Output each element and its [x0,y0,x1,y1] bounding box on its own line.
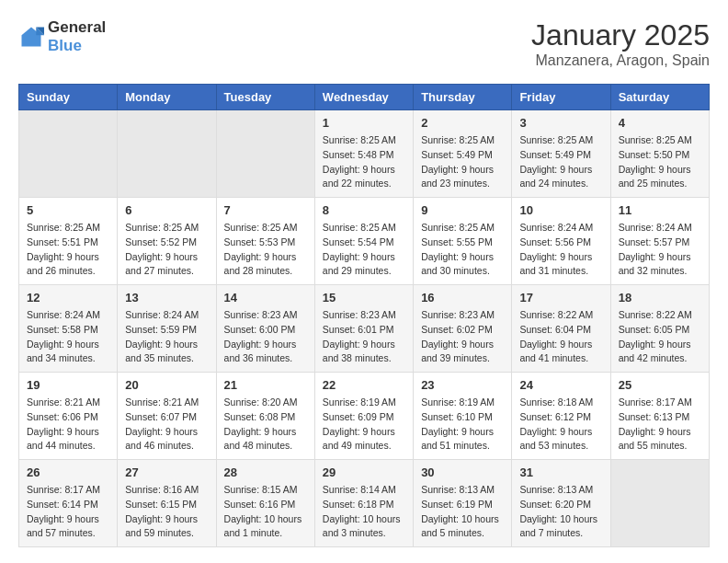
day-number: 11 [619,203,701,217]
calendar-cell-0-0 [19,110,118,198]
calendar-cell-2-1: 13 Sunrise: 8:24 AMSunset: 5:59 PMDaylig… [118,285,216,373]
calendar-cell-2-6: 18 Sunrise: 8:22 AMSunset: 6:05 PMDaylig… [610,285,709,373]
day-info: Sunrise: 8:25 AMSunset: 5:49 PMDaylight:… [421,133,504,191]
day-number: 4 [619,116,701,130]
calendar-cell-3-4: 23 Sunrise: 8:19 AMSunset: 6:10 PMDaylig… [414,373,512,460]
day-number: 1 [323,116,405,130]
day-number: 21 [224,378,307,392]
day-info: Sunrise: 8:25 AMSunset: 5:50 PMDaylight:… [619,133,701,191]
day-info: Sunrise: 8:20 AMSunset: 6:08 PMDaylight:… [224,396,307,454]
day-number: 17 [519,291,602,304]
day-number: 18 [619,291,701,304]
day-number: 30 [421,465,504,479]
day-info: Sunrise: 8:25 AMSunset: 5:52 PMDaylight:… [125,221,208,279]
day-number: 16 [421,291,504,304]
header-thursday: Thursday [414,85,512,110]
calendar-cell-3-6: 25 Sunrise: 8:17 AMSunset: 6:13 PMDaylig… [610,373,709,460]
day-number: 31 [519,465,602,479]
day-number: 9 [421,203,504,217]
logo: General Blue [18,18,106,55]
calendar-cell-0-5: 3 Sunrise: 8:25 AMSunset: 5:49 PMDayligh… [512,110,610,198]
day-info: Sunrise: 8:24 AMSunset: 5:56 PMDaylight:… [519,221,602,279]
day-number: 13 [125,291,208,304]
calendar-cell-3-0: 19 Sunrise: 8:21 AMSunset: 6:06 PMDaylig… [19,373,118,460]
day-info: Sunrise: 8:13 AMSunset: 6:19 PMDaylight:… [421,483,504,541]
calendar-title: January 2025 [531,18,710,52]
calendar-cell-4-4: 30 Sunrise: 8:13 AMSunset: 6:19 PMDaylig… [414,460,512,547]
calendar-cell-1-0: 5 Sunrise: 8:25 AMSunset: 5:51 PMDayligh… [19,198,118,285]
day-number: 5 [27,203,109,217]
day-number: 7 [224,203,307,217]
day-number: 2 [421,116,504,130]
day-info: Sunrise: 8:18 AMSunset: 6:12 PMDaylight:… [519,396,602,454]
calendar-cell-2-5: 17 Sunrise: 8:22 AMSunset: 6:04 PMDaylig… [512,285,610,373]
day-info: Sunrise: 8:25 AMSunset: 5:54 PMDaylight:… [323,221,405,279]
calendar-header-row: Sunday Monday Tuesday Wednesday Thursday… [19,85,710,110]
day-number: 28 [224,465,307,479]
day-info: Sunrise: 8:25 AMSunset: 5:48 PMDaylight:… [323,133,405,191]
day-info: Sunrise: 8:25 AMSunset: 5:49 PMDaylight:… [519,133,602,191]
day-number: 27 [125,465,208,479]
week-row-0: 1 Sunrise: 8:25 AMSunset: 5:48 PMDayligh… [19,110,710,198]
day-info: Sunrise: 8:23 AMSunset: 6:00 PMDaylight:… [224,308,307,366]
logo-icon [18,24,44,50]
calendar-cell-4-1: 27 Sunrise: 8:16 AMSunset: 6:15 PMDaylig… [118,460,216,547]
calendar-cell-2-0: 12 Sunrise: 8:24 AMSunset: 5:58 PMDaylig… [19,285,118,373]
day-number: 15 [323,291,405,304]
day-info: Sunrise: 8:21 AMSunset: 6:07 PMDaylight:… [125,396,208,454]
day-info: Sunrise: 8:24 AMSunset: 5:58 PMDaylight:… [27,308,109,366]
day-info: Sunrise: 8:21 AMSunset: 6:06 PMDaylight:… [27,396,109,454]
calendar-cell-0-2 [216,110,314,198]
day-info: Sunrise: 8:22 AMSunset: 6:04 PMDaylight:… [519,308,602,366]
calendar-cell-1-2: 7 Sunrise: 8:25 AMSunset: 5:53 PMDayligh… [216,198,314,285]
day-info: Sunrise: 8:24 AMSunset: 5:57 PMDaylight:… [619,221,701,279]
day-info: Sunrise: 8:15 AMSunset: 6:16 PMDaylight:… [224,483,307,541]
calendar-cell-0-4: 2 Sunrise: 8:25 AMSunset: 5:49 PMDayligh… [414,110,512,198]
calendar-cell-4-6 [610,460,709,547]
day-info: Sunrise: 8:17 AMSunset: 6:14 PMDaylight:… [27,483,109,541]
calendar-table: Sunday Monday Tuesday Wednesday Thursday… [18,84,710,547]
calendar-cell-3-3: 22 Sunrise: 8:19 AMSunset: 6:09 PMDaylig… [314,373,413,460]
calendar-cell-0-1 [118,110,216,198]
calendar-cell-1-3: 8 Sunrise: 8:25 AMSunset: 5:54 PMDayligh… [314,198,413,285]
day-info: Sunrise: 8:25 AMSunset: 5:55 PMDaylight:… [421,221,504,279]
calendar-subtitle: Manzanera, Aragon, Spain [531,52,710,69]
day-info: Sunrise: 8:25 AMSunset: 5:51 PMDaylight:… [27,221,109,279]
calendar-cell-1-4: 9 Sunrise: 8:25 AMSunset: 5:55 PMDayligh… [414,198,512,285]
header-tuesday: Tuesday [216,85,314,110]
week-row-3: 19 Sunrise: 8:21 AMSunset: 6:06 PMDaylig… [19,373,710,460]
day-number: 23 [421,378,504,392]
calendar-cell-2-3: 15 Sunrise: 8:23 AMSunset: 6:01 PMDaylig… [314,285,413,373]
calendar-cell-4-2: 28 Sunrise: 8:15 AMSunset: 6:16 PMDaylig… [216,460,314,547]
day-info: Sunrise: 8:14 AMSunset: 6:18 PMDaylight:… [323,483,405,541]
calendar-cell-0-6: 4 Sunrise: 8:25 AMSunset: 5:50 PMDayligh… [610,110,709,198]
header-wednesday: Wednesday [314,85,413,110]
day-number: 24 [519,378,602,392]
day-info: Sunrise: 8:13 AMSunset: 6:20 PMDaylight:… [519,483,602,541]
day-number: 12 [27,291,109,304]
day-info: Sunrise: 8:23 AMSunset: 6:01 PMDaylight:… [323,308,405,366]
day-number: 14 [224,291,307,304]
day-number: 10 [519,203,602,217]
week-row-4: 26 Sunrise: 8:17 AMSunset: 6:14 PMDaylig… [19,460,710,547]
day-info: Sunrise: 8:17 AMSunset: 6:13 PMDaylight:… [619,396,701,454]
calendar-cell-1-1: 6 Sunrise: 8:25 AMSunset: 5:52 PMDayligh… [118,198,216,285]
day-info: Sunrise: 8:24 AMSunset: 5:59 PMDaylight:… [125,308,208,366]
day-info: Sunrise: 8:25 AMSunset: 5:53 PMDaylight:… [224,221,307,279]
day-number: 25 [619,378,701,392]
calendar-cell-4-3: 29 Sunrise: 8:14 AMSunset: 6:18 PMDaylig… [314,460,413,547]
day-number: 6 [125,203,208,217]
day-info: Sunrise: 8:22 AMSunset: 6:05 PMDaylight:… [619,308,701,366]
page-header: General Blue January 2025 Manzanera, Ara… [18,18,710,69]
title-block: January 2025 Manzanera, Aragon, Spain [531,18,710,69]
calendar-cell-0-3: 1 Sunrise: 8:25 AMSunset: 5:48 PMDayligh… [314,110,413,198]
week-row-2: 12 Sunrise: 8:24 AMSunset: 5:58 PMDaylig… [19,285,710,373]
day-number: 8 [323,203,405,217]
header-monday: Monday [118,85,216,110]
calendar-cell-4-0: 26 Sunrise: 8:17 AMSunset: 6:14 PMDaylig… [19,460,118,547]
day-info: Sunrise: 8:16 AMSunset: 6:15 PMDaylight:… [125,483,208,541]
day-number: 26 [27,465,109,479]
header-saturday: Saturday [610,85,709,110]
header-sunday: Sunday [19,85,118,110]
calendar-cell-1-6: 11 Sunrise: 8:24 AMSunset: 5:57 PMDaylig… [610,198,709,285]
